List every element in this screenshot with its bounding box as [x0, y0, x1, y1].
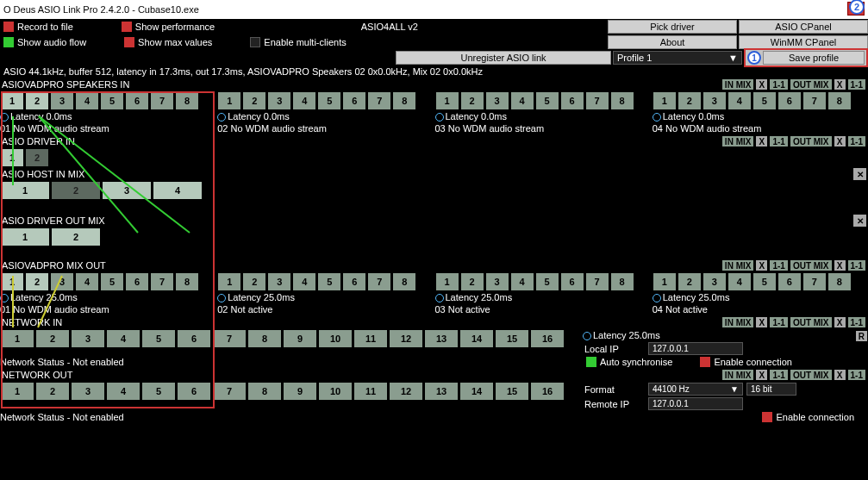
- channel-button[interactable]: 8: [392, 91, 416, 110]
- channel-button[interactable]: 8: [247, 329, 282, 348]
- close-icon[interactable]: ✕: [853, 215, 866, 227]
- enable-multi-toggle[interactable]: Enable multi-clients: [247, 37, 346, 47]
- channel-button[interactable]: 3: [102, 181, 152, 200]
- channel-button[interactable]: 8: [175, 91, 199, 110]
- format-hz-select[interactable]: 44100 Hz▼: [648, 383, 743, 396]
- channel-button[interactable]: 7: [150, 91, 174, 110]
- channel-button[interactable]: 1: [0, 148, 24, 167]
- channel-button[interactable]: 14: [459, 382, 494, 401]
- show-max-toggle[interactable]: Show max values: [121, 37, 212, 47]
- channel-button[interactable]: 6: [777, 272, 802, 291]
- enable-conn-toggle[interactable]: Enable connection: [759, 411, 854, 423]
- channel-button[interactable]: 2: [242, 91, 266, 110]
- save-profile-button[interactable]: Save profile: [763, 51, 865, 65]
- channel-button[interactable]: 2: [35, 382, 70, 401]
- channel-button[interactable]: 7: [212, 329, 247, 348]
- remote-ip-field[interactable]: 127.0.0.1: [648, 397, 743, 410]
- channel-button[interactable]: 2: [51, 181, 101, 200]
- channel-button[interactable]: 1: [217, 91, 241, 110]
- channel-button[interactable]: 4: [75, 91, 99, 110]
- channel-button[interactable]: 4: [510, 91, 534, 110]
- out-mix-badge[interactable]: OUT MIX: [790, 369, 833, 381]
- channel-button[interactable]: 9: [283, 382, 317, 401]
- channel-button[interactable]: 3: [485, 91, 509, 110]
- channel-button[interactable]: 1: [435, 272, 459, 291]
- channel-button[interactable]: 5: [752, 91, 777, 110]
- channel-button[interactable]: 8: [827, 272, 852, 291]
- channel-button[interactable]: 15: [495, 382, 529, 401]
- x-badge[interactable]: X: [834, 259, 846, 271]
- channel-button[interactable]: 15: [495, 329, 529, 348]
- channel-button[interactable]: 2: [25, 272, 49, 291]
- channel-button[interactable]: 3: [267, 91, 291, 110]
- out-mix-badge[interactable]: OUT MIX: [790, 259, 833, 271]
- channel-button[interactable]: 13: [424, 382, 459, 401]
- record-toggle[interactable]: Record to file: [0, 22, 73, 32]
- channel-button[interactable]: 4: [727, 91, 752, 110]
- channel-button[interactable]: 5: [141, 329, 176, 348]
- channel-button[interactable]: 11: [353, 382, 388, 401]
- one-one-badge[interactable]: 1-1: [769, 135, 788, 147]
- channel-button[interactable]: 5: [535, 91, 559, 110]
- show-perf-toggle[interactable]: Show performance: [118, 22, 215, 32]
- channel-button[interactable]: 1: [0, 228, 50, 246]
- pick-driver-button[interactable]: Pick driver: [608, 20, 737, 34]
- channel-button[interactable]: 4: [292, 272, 316, 291]
- channel-button[interactable]: 13: [424, 329, 459, 348]
- channel-button[interactable]: 8: [827, 91, 852, 110]
- channel-button[interactable]: 3: [50, 272, 74, 291]
- out-mix-badge[interactable]: OUT MIX: [790, 316, 833, 328]
- channel-button[interactable]: 1: [0, 382, 34, 401]
- winmm-cpanel-button[interactable]: WinMM CPanel: [739, 35, 868, 49]
- channel-button[interactable]: 10: [318, 329, 353, 348]
- channel-button[interactable]: 5: [535, 272, 559, 291]
- channel-button[interactable]: 3: [703, 91, 727, 110]
- one-one-badge[interactable]: 1-1: [769, 259, 788, 271]
- channel-button[interactable]: 1: [217, 272, 241, 291]
- channel-button[interactable]: 8: [610, 91, 634, 110]
- channel-button[interactable]: 5: [100, 272, 124, 291]
- channel-button[interactable]: 3: [703, 272, 727, 291]
- channel-button[interactable]: 14: [459, 329, 494, 348]
- channel-button[interactable]: 1: [0, 272, 24, 291]
- one-one-badge[interactable]: 1-1: [847, 316, 866, 328]
- channel-button[interactable]: 8: [392, 272, 416, 291]
- one-one-badge[interactable]: 1-1: [847, 78, 866, 90]
- format-bit-select[interactable]: 16 bit: [746, 383, 796, 396]
- profile-select[interactable]: Profile 1▼: [613, 51, 742, 65]
- x-badge[interactable]: X: [755, 78, 768, 90]
- x-badge[interactable]: X: [834, 316, 846, 328]
- one-one-badge[interactable]: 1-1: [847, 135, 866, 147]
- channel-button[interactable]: 4: [510, 272, 534, 291]
- channel-button[interactable]: 1: [0, 181, 50, 200]
- channel-button[interactable]: 1: [435, 91, 459, 110]
- channel-button[interactable]: 6: [177, 382, 211, 401]
- channel-button[interactable]: 6: [125, 272, 149, 291]
- channel-button[interactable]: 9: [283, 329, 317, 348]
- in-mix-badge[interactable]: IN MIX: [721, 369, 755, 381]
- channel-button[interactable]: 16: [530, 329, 565, 348]
- channel-button[interactable]: 3: [485, 272, 509, 291]
- channel-button[interactable]: 8: [175, 272, 199, 291]
- channel-button[interactable]: 5: [317, 272, 341, 291]
- channel-button[interactable]: 5: [141, 382, 176, 401]
- in-mix-badge[interactable]: IN MIX: [721, 135, 755, 147]
- r-badge[interactable]: R: [855, 330, 868, 342]
- one-one-badge[interactable]: 1-1: [769, 316, 788, 328]
- channel-button[interactable]: 7: [802, 272, 827, 291]
- channel-button[interactable]: 6: [342, 91, 366, 110]
- x-badge[interactable]: X: [834, 369, 846, 381]
- channel-button[interactable]: 12: [389, 329, 423, 348]
- channel-button[interactable]: 2: [25, 91, 49, 110]
- x-badge[interactable]: X: [834, 78, 846, 90]
- channel-button[interactable]: 8: [247, 382, 282, 401]
- channel-button[interactable]: 7: [585, 272, 609, 291]
- in-mix-badge[interactable]: IN MIX: [721, 316, 755, 328]
- channel-button[interactable]: 12: [389, 382, 423, 401]
- channel-button[interactable]: 1: [653, 272, 677, 291]
- channel-button[interactable]: 4: [727, 272, 752, 291]
- channel-button[interactable]: 2: [25, 148, 49, 167]
- channel-button[interactable]: 8: [610, 272, 634, 291]
- x-badge[interactable]: X: [755, 135, 768, 147]
- channel-button[interactable]: 7: [802, 91, 827, 110]
